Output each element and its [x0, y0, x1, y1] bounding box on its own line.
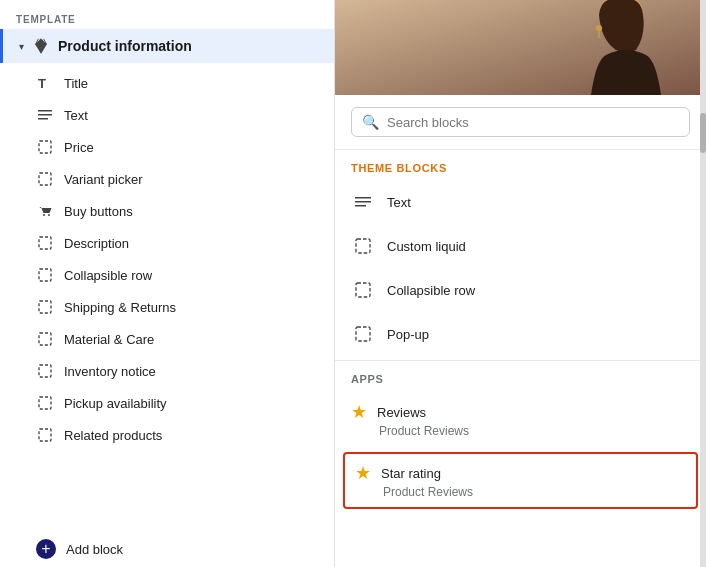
list-item[interactable]: Material & Care [0, 323, 334, 355]
star-rating-app-item[interactable]: ★ Star rating Product Reviews [343, 452, 698, 509]
bracket-icon [36, 234, 54, 252]
list-item[interactable]: Collapsible row [335, 268, 706, 312]
block-label: Inventory notice [64, 364, 156, 379]
reviews-app-item[interactable]: ★ Reviews Product Reviews [335, 391, 706, 448]
list-item[interactable]: Inventory notice [0, 355, 334, 387]
svg-rect-1 [38, 110, 52, 112]
theme-blocks-label: THEME BLOCKS [335, 150, 706, 180]
list-item[interactable]: Related products [0, 419, 334, 451]
bracket-icon [36, 170, 54, 188]
svg-rect-10 [39, 301, 51, 313]
block-label: Material & Care [64, 332, 154, 347]
list-item[interactable]: Description [0, 227, 334, 259]
app-item-row: ★ Reviews [351, 401, 690, 423]
svg-point-7 [48, 214, 50, 216]
block-label: Text [64, 108, 88, 123]
search-container: 🔍 [335, 95, 706, 150]
add-block-button[interactable]: + Add block [0, 531, 334, 567]
add-icon: + [36, 539, 56, 559]
block-type-label: Pop-up [387, 327, 429, 342]
bracket-icon [351, 322, 375, 346]
list-item[interactable]: Text [335, 180, 706, 224]
product-image [335, 0, 706, 95]
svg-rect-21 [355, 205, 366, 207]
app-subtitle: Product Reviews [379, 424, 690, 438]
svg-rect-23 [356, 283, 370, 297]
svg-text:T: T [38, 76, 46, 91]
section-header[interactable]: ▾ Product information [0, 29, 334, 63]
bracket-icon [351, 278, 375, 302]
block-list: T Title Text Price Variant picker [0, 63, 334, 531]
svg-point-17 [596, 25, 602, 31]
block-type-label: Custom liquid [387, 239, 466, 254]
search-input[interactable] [387, 115, 679, 130]
lines-icon [351, 190, 375, 214]
bracket-icon [36, 394, 54, 412]
svg-rect-11 [39, 333, 51, 345]
text-icon [36, 106, 54, 124]
svg-rect-8 [39, 237, 51, 249]
svg-rect-24 [356, 327, 370, 341]
bracket-icon [36, 138, 54, 156]
list-item[interactable]: Variant picker [0, 163, 334, 195]
app-name: Star rating [381, 466, 441, 481]
svg-rect-4 [39, 141, 51, 153]
svg-rect-20 [355, 201, 371, 203]
svg-rect-5 [39, 173, 51, 185]
bracket-icon [36, 266, 54, 284]
svg-rect-22 [356, 239, 370, 253]
list-item[interactable]: Pickup availability [0, 387, 334, 419]
apps-label: APPS [335, 360, 706, 391]
list-item[interactable]: Shipping & Returns [0, 291, 334, 323]
svg-point-6 [43, 214, 45, 216]
bracket-icon [36, 362, 54, 380]
svg-rect-19 [355, 197, 371, 199]
svg-rect-2 [38, 114, 52, 116]
list-item[interactable]: Buy buttons [0, 195, 334, 227]
list-item[interactable]: Custom liquid [335, 224, 706, 268]
block-label: Collapsible row [64, 268, 152, 283]
scrollbar-track[interactable] [700, 0, 706, 567]
block-type-label: Collapsible row [387, 283, 475, 298]
block-label: Variant picker [64, 172, 143, 187]
svg-rect-9 [39, 269, 51, 281]
search-bar[interactable]: 🔍 [351, 107, 690, 137]
list-item[interactable]: Collapsible row [0, 259, 334, 291]
star-icon: ★ [351, 401, 367, 423]
bracket-icon [36, 330, 54, 348]
section-header-title: Product information [58, 38, 192, 54]
block-label: Pickup availability [64, 396, 167, 411]
svg-rect-12 [39, 365, 51, 377]
template-label: TEMPLATE [0, 0, 334, 29]
app-subtitle: Product Reviews [383, 485, 686, 499]
list-item[interactable]: Text [0, 99, 334, 131]
block-label: Description [64, 236, 129, 251]
theme-blocks-list: Text Custom liquid Collapsible row [335, 180, 706, 356]
add-block-label: Add block [66, 542, 123, 557]
svg-rect-14 [39, 429, 51, 441]
block-label: Title [64, 76, 88, 91]
svg-rect-13 [39, 397, 51, 409]
star-icon: ★ [355, 462, 371, 484]
list-item[interactable]: Pop-up [335, 312, 706, 356]
bracket-icon [36, 426, 54, 444]
diamond-icon [32, 37, 50, 55]
search-icon: 🔍 [362, 114, 379, 130]
block-label: Price [64, 140, 94, 155]
list-item[interactable]: Price [0, 131, 334, 163]
scrollbar-thumb[interactable] [700, 113, 706, 153]
title-icon: T [36, 74, 54, 92]
bracket-icon [351, 234, 375, 258]
list-item[interactable]: T Title [0, 67, 334, 99]
product-image-bg [335, 0, 706, 95]
app-name: Reviews [377, 405, 426, 420]
block-label: Related products [64, 428, 162, 443]
right-panel: 🔍 THEME BLOCKS Text Custom liquid [335, 0, 706, 567]
buy-buttons-icon [36, 202, 54, 220]
svg-rect-3 [38, 118, 48, 120]
bracket-icon [36, 298, 54, 316]
chevron-down-icon: ▾ [19, 41, 24, 52]
block-label: Buy buttons [64, 204, 133, 219]
left-panel: TEMPLATE ▾ Product information T Title T… [0, 0, 335, 567]
block-label: Shipping & Returns [64, 300, 176, 315]
